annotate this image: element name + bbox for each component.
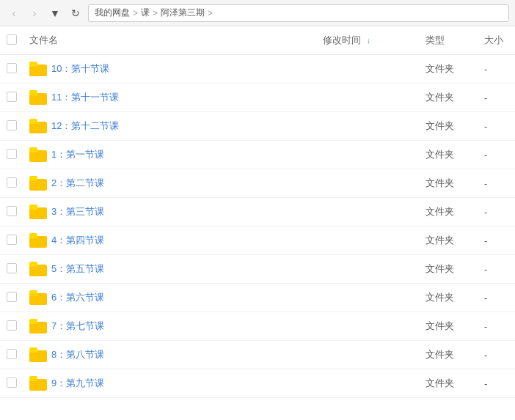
row-checkbox-cell	[0, 312, 23, 341]
row-type-cell-3: 文件夹	[420, 141, 478, 169]
header-name[interactable]: 文件名	[23, 26, 317, 55]
row-checkbox-4[interactable]	[7, 177, 17, 188]
row-checkbox-9[interactable]	[7, 320, 17, 331]
row-name-cell-1: 11：第十一节课	[23, 84, 317, 112]
row-checkbox-cell	[0, 255, 23, 284]
row-name-cell-7: 5：第五节课	[23, 255, 317, 284]
header-modified[interactable]: 修改时间 ↓	[317, 26, 420, 55]
row-size-cell-0: -	[478, 55, 515, 84]
row-checkbox-cell	[0, 341, 23, 369]
row-size-3: -	[484, 150, 487, 161]
row-name-cell-10: 8：第八节课	[23, 341, 317, 369]
select-all-checkbox[interactable]	[7, 34, 17, 45]
file-name-0[interactable]: 10：第十节课	[51, 62, 109, 75]
folder-icon-2	[29, 119, 47, 133]
folder-icon-8	[29, 290, 47, 305]
breadcrumb-sep-3: >	[208, 8, 213, 18]
file-name-5[interactable]: 3：第三节课	[51, 205, 104, 218]
folder-icon-11	[29, 376, 47, 391]
row-checkbox-8[interactable]	[7, 292, 17, 302]
file-name-11[interactable]: 9：第九节课	[51, 377, 104, 390]
row-checkbox-10[interactable]	[7, 349, 17, 359]
row-type-7: 文件夹	[425, 263, 454, 274]
row-type-cell-5: 文件夹	[420, 198, 478, 226]
row-size-cell-5: -	[478, 198, 515, 226]
back-button[interactable]: ‹	[6, 5, 22, 21]
folder-icon-1	[29, 90, 47, 105]
folder-icon-6	[29, 233, 47, 248]
folder-icon-5	[29, 205, 47, 219]
folder-icon-0	[29, 62, 47, 76]
header-type[interactable]: 类型	[420, 26, 478, 55]
forward-button[interactable]: ›	[26, 5, 43, 21]
row-checkbox-11[interactable]	[7, 377, 17, 388]
row-size-8: -	[484, 292, 487, 303]
row-name-cell-9: 7：第七节课	[23, 312, 317, 341]
row-size-cell-2: -	[478, 112, 515, 141]
refresh-button[interactable]: ↻	[67, 5, 84, 21]
row-checkbox-cell	[0, 226, 23, 255]
row-type-cell-10: 文件夹	[420, 341, 478, 369]
row-size-cell-1: -	[478, 84, 515, 112]
row-type-6: 文件夹	[425, 235, 454, 246]
row-modified-cell-2	[317, 112, 420, 141]
breadcrumb-period3[interactable]: 阿泽第三期	[161, 7, 205, 19]
row-type-cell-0: 文件夹	[420, 55, 478, 84]
row-type-8: 文件夹	[425, 292, 454, 303]
row-type-9: 文件夹	[425, 320, 454, 331]
table-row: 8：第八节课 文件夹 -	[0, 341, 515, 369]
file-name-7[interactable]: 5：第五节课	[51, 262, 104, 276]
row-checkbox-7[interactable]	[7, 263, 17, 273]
file-name-9[interactable]: 7：第七节课	[51, 320, 104, 333]
row-checkbox-6[interactable]	[7, 235, 17, 245]
table-row: 12：第十二节课 文件夹 -	[0, 112, 515, 141]
file-name-6[interactable]: 4：第四节课	[51, 234, 104, 247]
row-checkbox-1[interactable]	[7, 92, 17, 102]
row-size-cell-11: -	[478, 369, 515, 398]
file-name-4[interactable]: 2：第二节课	[51, 177, 104, 190]
row-size-cell-6: -	[478, 226, 515, 255]
row-size-6: -	[484, 235, 487, 246]
header-name-label: 文件名	[29, 34, 58, 45]
file-name-10[interactable]: 8：第八节课	[51, 348, 104, 361]
row-checkbox-3[interactable]	[7, 149, 17, 159]
file-table: 文件名 修改时间 ↓ 类型 大小 10：第十节课	[0, 26, 515, 398]
row-modified-cell-0	[317, 55, 420, 84]
row-size-2: -	[484, 121, 487, 132]
file-name-3[interactable]: 1：第一节课	[51, 148, 104, 161]
row-type-5: 文件夹	[425, 206, 454, 217]
row-name-cell-0: 10：第十节课	[23, 55, 317, 84]
file-name-8[interactable]: 6：第六节课	[51, 291, 104, 304]
folder-icon-9	[29, 319, 47, 334]
dropdown-button[interactable]: ▼	[47, 5, 63, 21]
row-type-cell-4: 文件夹	[420, 169, 478, 198]
row-size-10: -	[484, 350, 487, 361]
table-row: 7：第七节课 文件夹 -	[0, 312, 515, 341]
breadcrumb-sep-1: >	[133, 8, 138, 18]
row-checkbox-cell	[0, 169, 23, 198]
file-name-2[interactable]: 12：第十二节课	[51, 119, 119, 133]
row-type-1: 文件夹	[425, 92, 454, 103]
row-name-cell-8: 6：第六节课	[23, 284, 317, 312]
row-checkbox-cell	[0, 369, 23, 398]
file-name-1[interactable]: 11：第十一节课	[51, 91, 119, 104]
row-type-cell-11: 文件夹	[420, 369, 478, 398]
row-modified-cell-7	[317, 255, 420, 284]
row-checkbox-5[interactable]	[7, 206, 17, 216]
breadcrumb-mycloud[interactable]: 我的网盘	[95, 7, 130, 19]
row-size-4: -	[484, 178, 487, 189]
row-size-cell-4: -	[478, 169, 515, 198]
folder-icon-4	[29, 176, 47, 191]
row-size-cell-10: -	[478, 341, 515, 369]
row-name-cell-4: 2：第二节课	[23, 169, 317, 198]
header-size[interactable]: 大小	[478, 26, 515, 55]
table-row: 3：第三节课 文件夹 -	[0, 198, 515, 226]
row-modified-cell-6	[317, 226, 420, 255]
row-checkbox-0[interactable]	[7, 63, 17, 73]
row-modified-cell-9	[317, 312, 420, 341]
row-type-cell-6: 文件夹	[420, 226, 478, 255]
row-checkbox-2[interactable]	[7, 120, 17, 130]
breadcrumb-course[interactable]: 课	[141, 7, 150, 19]
sort-icon: ↓	[367, 36, 371, 45]
table-row: 2：第二节课 文件夹 -	[0, 169, 515, 198]
